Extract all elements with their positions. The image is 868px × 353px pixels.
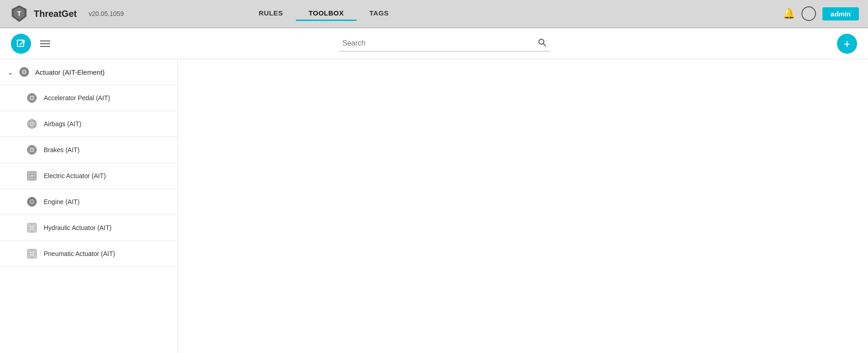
main-nav: RULES TOOLBOX TAGS (246, 6, 402, 21)
export-button[interactable] (11, 34, 31, 54)
item-label: Electric Actuator (AIT) (44, 172, 106, 179)
svg-point-38 (31, 205, 33, 206)
item-icon-engine (26, 195, 38, 208)
svg-point-25 (31, 149, 33, 151)
svg-point-37 (31, 198, 33, 200)
svg-line-5 (543, 44, 546, 46)
menu-line-3 (40, 46, 50, 47)
item-icon-brakes (26, 143, 38, 156)
search-container (59, 36, 830, 51)
svg-point-28 (28, 149, 30, 151)
search-input[interactable] (342, 39, 537, 47)
nav-tags[interactable]: TAGS (356, 6, 402, 21)
svg-point-33 (31, 174, 33, 177)
external-link-icon (16, 39, 26, 49)
item-icon-accelerator (26, 92, 38, 104)
item-label: Hydraulic Actuator (AIT) (44, 224, 112, 231)
main-content: ⌄ Actuator (AIT-Element) (0, 59, 868, 353)
group-label: Actuator (AIT-Element) (35, 68, 105, 76)
search-icon (537, 38, 547, 49)
nav-rules[interactable]: RULES (246, 6, 296, 21)
svg-point-42 (33, 199, 34, 200)
item-icon-hydraulic (26, 221, 38, 234)
list-item[interactable]: Accelerator Pedal (AIT) (0, 85, 177, 111)
search-box (339, 36, 550, 51)
svg-text:T: T (17, 10, 21, 17)
list-item[interactable]: Electric Actuator (AIT) (0, 163, 177, 189)
logo-icon: T (9, 4, 29, 24)
item-label: Accelerator Pedal (AIT) (44, 94, 110, 102)
list-item[interactable]: Engine (AIT) (0, 189, 177, 215)
svg-point-54 (31, 253, 33, 255)
svg-point-41 (29, 199, 30, 200)
nav-toolbox[interactable]: TOOLBOX (296, 6, 356, 21)
svg-point-8 (23, 71, 25, 73)
svg-point-18 (31, 123, 33, 125)
item-icon-pneumatic (26, 247, 38, 260)
app-version: v20.05.1059 (88, 10, 124, 17)
actuator-group-icon (18, 66, 30, 78)
svg-rect-3 (17, 40, 24, 46)
item-label: Engine (AIT) (44, 198, 80, 205)
item-label: Pneumatic Actuator (AIT) (44, 250, 115, 257)
header-actions: 🔔 admin (783, 6, 859, 21)
bell-icon[interactable]: 🔔 (783, 8, 795, 20)
app-header: T ThreatGet v20.05.1059 RULES TOOLBOX TA… (0, 0, 868, 28)
svg-point-44 (33, 203, 34, 204)
svg-point-27 (31, 153, 33, 154)
svg-point-13 (31, 101, 33, 102)
list-item[interactable]: Brakes (AIT) (0, 137, 177, 163)
toolbar: + (0, 28, 868, 59)
menu-button[interactable] (38, 39, 52, 49)
item-icon-electric-actuator (26, 169, 38, 182)
svg-point-26 (31, 146, 33, 148)
svg-point-29 (35, 149, 36, 151)
menu-line-1 (40, 41, 50, 41)
item-icon-airbags (26, 118, 38, 130)
sidebar: ⌄ Actuator (AIT-Element) (0, 59, 178, 353)
svg-point-12 (31, 94, 33, 96)
svg-point-36 (31, 200, 33, 203)
plus-icon: + (843, 38, 850, 50)
admin-button[interactable]: admin (822, 7, 859, 20)
sidebar-group-header[interactable]: ⌄ Actuator (AIT-Element) (0, 59, 177, 85)
svg-point-43 (29, 203, 30, 204)
app-title: ThreatGet (34, 9, 77, 19)
svg-point-40 (35, 201, 36, 203)
user-avatar[interactable] (801, 6, 816, 21)
svg-point-47 (31, 227, 33, 229)
item-label: Airbags (AIT) (44, 120, 81, 128)
svg-point-11 (31, 97, 33, 99)
add-button[interactable]: + (837, 34, 857, 54)
list-item[interactable]: Airbags (AIT) (0, 111, 177, 137)
svg-point-39 (28, 201, 30, 203)
svg-point-15 (35, 97, 36, 99)
content-area (178, 59, 868, 353)
menu-line-2 (40, 43, 50, 44)
logo-area: T ThreatGet v20.05.1059 (9, 4, 124, 24)
chevron-down-icon: ⌄ (7, 68, 13, 77)
list-item[interactable]: Pneumatic Actuator (AIT) (0, 241, 177, 267)
list-item[interactable]: Hydraulic Actuator (AIT) (0, 215, 177, 241)
item-label: Brakes (AIT) (44, 146, 80, 153)
svg-point-14 (28, 97, 30, 99)
group-icon (18, 66, 31, 78)
